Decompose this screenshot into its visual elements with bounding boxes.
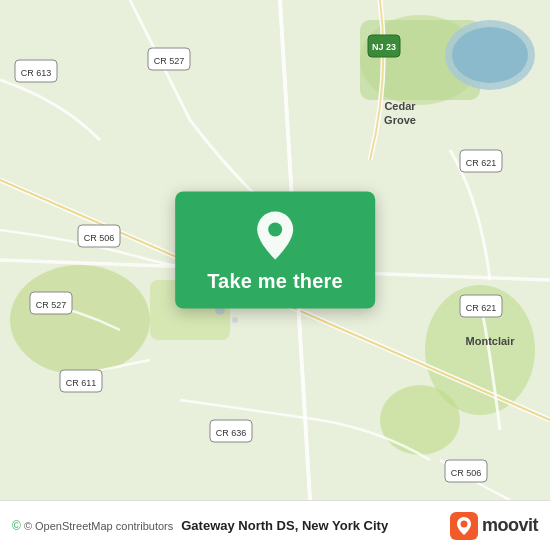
map-view[interactable]: CR 613 CR 527 NJ 23 CR 506 CR 621 CR 621… (0, 0, 550, 500)
svg-text:CR 506: CR 506 (451, 468, 482, 478)
moovit-brand-icon (450, 512, 478, 540)
svg-point-42 (268, 223, 282, 237)
take-me-there-label: Take me there (207, 270, 343, 293)
svg-text:CR 621: CR 621 (466, 303, 497, 313)
location-pin-icon (253, 210, 297, 262)
location-info: Gateway North DS, New York City (181, 518, 450, 533)
svg-point-41 (232, 317, 238, 323)
svg-text:CR 621: CR 621 (466, 158, 497, 168)
svg-text:CR 527: CR 527 (36, 300, 67, 310)
svg-text:Montclair: Montclair (466, 335, 516, 347)
svg-text:CR 527: CR 527 (154, 56, 185, 66)
svg-point-44 (460, 520, 467, 527)
svg-text:NJ 23: NJ 23 (372, 42, 396, 52)
copyright-symbol: © (12, 519, 21, 533)
bottom-info-bar: © © OpenStreetMap contributors Gateway N… (0, 500, 550, 550)
svg-text:Cedar: Cedar (384, 100, 416, 112)
location-name-text: Gateway North DS (181, 518, 294, 533)
svg-point-5 (10, 265, 150, 375)
svg-text:CR 613: CR 613 (21, 68, 52, 78)
moovit-logo: moovit (450, 512, 538, 540)
map-attribution: © © OpenStreetMap contributors (12, 519, 173, 533)
svg-text:CR 611: CR 611 (66, 378, 97, 388)
take-me-there-button[interactable]: Take me there (175, 192, 375, 309)
location-name: Gateway North DS, New York City (181, 518, 388, 533)
navigation-button-overlay: Take me there (175, 192, 375, 309)
attribution-text: © OpenStreetMap contributors (24, 520, 173, 532)
svg-point-4 (452, 27, 528, 83)
svg-text:CR 506: CR 506 (84, 233, 115, 243)
svg-text:CR 636: CR 636 (216, 428, 247, 438)
location-city-text: New York City (302, 518, 388, 533)
moovit-text: moovit (482, 515, 538, 536)
svg-text:Grove: Grove (384, 114, 416, 126)
svg-point-8 (380, 385, 460, 455)
